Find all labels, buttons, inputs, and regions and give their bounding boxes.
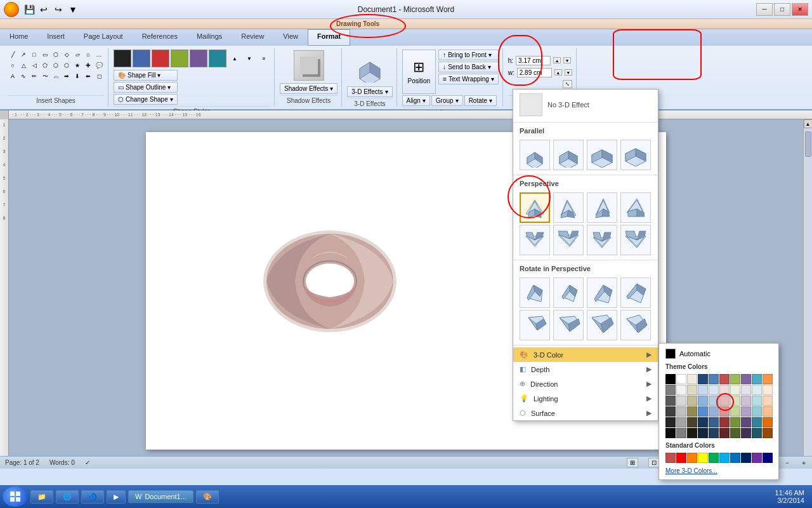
more-colors-link[interactable]: More 3-D Colors... [662, 465, 776, 477]
shape-triangle[interactable]: △ [18, 60, 29, 70]
shape-flowchart[interactable]: ◻ [94, 71, 104, 81]
theme-color-46[interactable] [730, 417, 740, 427]
theme-color-28[interactable] [752, 396, 762, 406]
minimize-button[interactable]: ─ [756, 3, 773, 16]
parallel-cell-1[interactable] [520, 140, 550, 170]
shape-hexa[interactable]: ⬡ [51, 60, 61, 70]
theme-color-38[interactable] [752, 406, 762, 417]
tab-review[interactable]: Review [232, 29, 273, 46]
theme-color-23[interactable] [698, 396, 708, 406]
qa-dropdown[interactable]: ▼ [67, 3, 79, 16]
theme-color-22[interactable] [687, 396, 697, 406]
shape-arrow[interactable]: ↗ [18, 50, 29, 60]
theme-color-29[interactable] [763, 396, 773, 406]
theme-color-6[interactable] [730, 374, 740, 384]
shape-cross[interactable]: ✚ [83, 60, 93, 70]
rotate-cell-2[interactable] [553, 277, 584, 308]
maximize-button[interactable]: □ [774, 3, 790, 16]
theme-color-26[interactable] [730, 396, 740, 406]
theme-color-33[interactable] [698, 406, 708, 417]
taskbar-ie[interactable]: 🌐 [56, 490, 79, 504]
shape-para[interactable]: ▱ [72, 50, 82, 60]
theme-color-58[interactable] [752, 428, 762, 438]
theme-color-24[interactable] [709, 396, 719, 406]
taskbar-chrome[interactable]: 🔵 [81, 490, 104, 504]
styles-arrow-down[interactable]: ▼ [243, 52, 256, 65]
send-to-back-button[interactable]: ↓ Send to Back▾ [438, 62, 499, 72]
height-spinner-up[interactable]: ▲ [553, 57, 561, 64]
theme-color-45[interactable] [719, 417, 730, 427]
theme-color-36[interactable] [730, 406, 740, 417]
theme-color-5[interactable] [719, 374, 730, 384]
perspective-cell-8[interactable] [620, 225, 651, 255]
standard-color-6[interactable] [730, 453, 740, 463]
tab-insert[interactable]: Insert [37, 29, 74, 46]
shape-rtriangle[interactable]: ◁ [29, 60, 39, 70]
shape-diamond[interactable]: ◇ [62, 50, 72, 60]
redo-button[interactable]: ↪ [52, 3, 65, 16]
theme-color-49[interactable] [763, 417, 773, 427]
standard-color-1[interactable] [676, 453, 686, 463]
theme-color-14[interactable] [709, 385, 719, 395]
start-button[interactable] [3, 486, 28, 507]
theme-color-27[interactable] [741, 396, 751, 406]
standard-color-7[interactable] [741, 453, 751, 463]
shape-trap[interactable]: ⌂ [83, 50, 93, 60]
shape-rounded[interactable]: ▭ [40, 50, 50, 60]
align-button[interactable]: Align▾ [402, 95, 430, 106]
theme-color-32[interactable] [687, 406, 697, 417]
shape-fill-button[interactable]: 🎨 Shape Fill▾ [114, 70, 178, 81]
theme-color-15[interactable] [719, 385, 730, 395]
scroll-thumb[interactable] [805, 131, 811, 157]
theme-color-10[interactable] [665, 385, 676, 395]
text-wrapping-button[interactable]: ≡ Text Wrapping▾ [438, 74, 499, 84]
theme-color-34[interactable] [709, 406, 719, 417]
theme-color-21[interactable] [676, 396, 686, 406]
rotate-cell-1[interactable] [520, 277, 550, 308]
shape-penta[interactable]: ⬠ [40, 60, 50, 70]
standard-color-8[interactable] [752, 453, 762, 463]
width-input[interactable] [517, 68, 552, 77]
theme-color-56[interactable] [730, 428, 740, 438]
rotate-button[interactable]: Rotate▾ [464, 95, 497, 106]
theme-color-7[interactable] [741, 374, 751, 384]
theme-color-35[interactable] [719, 406, 730, 417]
standard-color-5[interactable] [719, 453, 730, 463]
office-orb[interactable] [4, 2, 19, 17]
theme-color-47[interactable] [741, 417, 751, 427]
theme-color-25[interactable] [719, 396, 730, 406]
shape-star[interactable]: ★ [72, 60, 82, 70]
shape-callout[interactable]: 💬 [94, 60, 104, 70]
parallel-cell-3[interactable] [587, 140, 617, 170]
theme-color-53[interactable] [698, 428, 708, 438]
menu-depth[interactable]: ◧ Depth ▶ [513, 362, 658, 377]
parallel-cell-4[interactable] [620, 140, 651, 170]
width-spinner-down[interactable]: ▼ [565, 69, 572, 76]
theme-color-39[interactable] [763, 406, 773, 417]
undo-button[interactable]: ↩ [37, 3, 50, 16]
theme-color-20[interactable] [665, 396, 676, 406]
shape-line[interactable]: ╱ [8, 50, 18, 60]
three-d-effects-button[interactable]: 3-D Effects▾ [347, 86, 392, 97]
perspective-cell-6[interactable] [553, 225, 584, 255]
theme-color-2[interactable] [687, 374, 697, 384]
theme-color-8[interactable] [752, 374, 762, 384]
height-spinner-down[interactable]: ▼ [563, 57, 571, 64]
taskbar-paint[interactable]: 🎨 [196, 490, 219, 504]
donut-shape[interactable] [260, 208, 400, 348]
standard-color-9[interactable] [763, 453, 773, 463]
theme-color-57[interactable] [741, 428, 751, 438]
right-scrollbar[interactable]: ▲ [803, 119, 812, 456]
shadow-effects-button[interactable]: Shadow Effects▾ [280, 83, 337, 94]
theme-color-30[interactable] [665, 406, 676, 417]
rotate-cell-8[interactable] [620, 310, 651, 340]
theme-color-54[interactable] [709, 428, 719, 438]
shape-larr[interactable]: ⬅ [83, 71, 93, 81]
rotate-cell-4[interactable] [620, 277, 651, 308]
bring-to-front-button[interactable]: ↑ Bring to Front▾ [438, 50, 499, 60]
menu-lighting[interactable]: 💡 Lighting ▶ [513, 391, 658, 406]
taskbar-media[interactable]: ▶ [107, 490, 126, 504]
theme-color-17[interactable] [741, 385, 751, 395]
theme-color-40[interactable] [665, 417, 676, 427]
theme-color-16[interactable] [730, 385, 740, 395]
